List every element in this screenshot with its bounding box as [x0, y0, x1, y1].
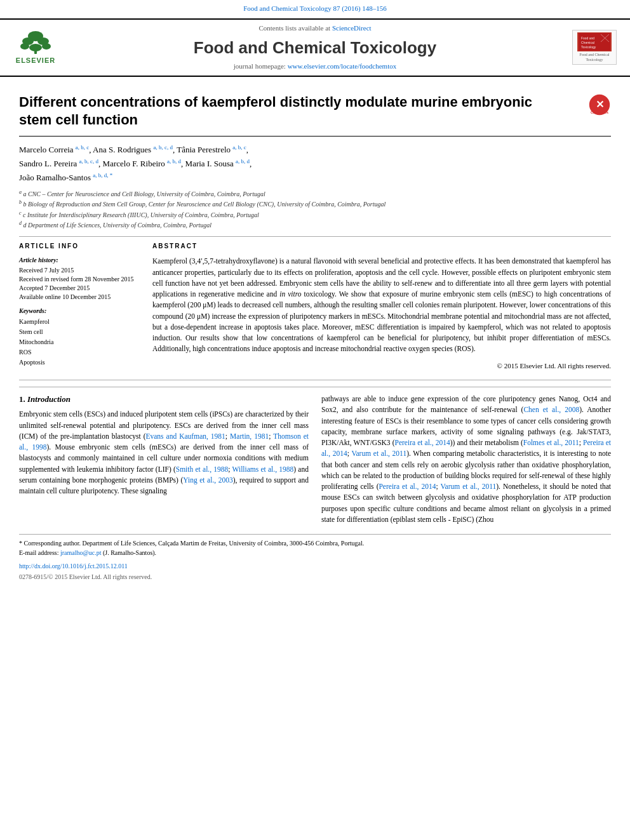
received-date: Received 7 July 2015: [19, 266, 140, 275]
email-link[interactable]: jramalho@uc.pt: [60, 549, 101, 556]
ref-evans1981[interactable]: Evans and Kaufman, 1981: [145, 432, 225, 440]
body-right-col: pathways are able to induce gene express…: [321, 394, 611, 525]
svg-text:Toxicology: Toxicology: [581, 45, 596, 49]
footnote-email: E-mail address: jramalho@uc.pt (J. Ramal…: [19, 548, 611, 557]
ref-williams1988[interactable]: Williams et al., 1988: [232, 465, 294, 473]
affiliations-block: a a CNC – Center for Neuroscience and Ce…: [19, 189, 611, 230]
elsevier-tree-icon: [18, 30, 53, 55]
keyword-stemcell: Stem cell: [19, 327, 140, 337]
ref-pereira2014a[interactable]: Pereira et al., 2014: [395, 439, 450, 446]
abstract-heading: ABSTRACT: [152, 242, 611, 251]
authors-block: Marcelo Correia a, b, c, Ana S. Rodrigue…: [19, 143, 611, 185]
article-history: Article history: Received 7 July 2015 Re…: [19, 256, 140, 302]
article-title-text: Different concentrations of kaempferol d…: [19, 93, 565, 130]
affiliation-a: a a CNC – Center for Neuroscience and Ce…: [19, 189, 611, 199]
svg-rect-6: [34, 49, 37, 54]
keywords-heading: Keywords:: [19, 307, 140, 316]
elsevier-wordmark: ELSEVIER: [16, 56, 55, 65]
sciencedirect-label: Contents lists available at ScienceDirec…: [61, 23, 569, 33]
article-title-block: Different concentrations of kaempferol d…: [19, 93, 611, 137]
keyword-mitochondria: Mitochondria: [19, 337, 140, 347]
intro-right-text: pathways are able to induce gene express…: [321, 394, 611, 525]
crossmark-icon: ✕ CrossMark: [588, 93, 611, 116]
article-info-heading: ARTICLE INFO: [19, 242, 140, 251]
journal-logo-box: Food and Chemical Toxicology Food and Ch…: [572, 30, 617, 65]
journal-logo-box-area: Food and Chemical Toxicology Food and Ch…: [569, 30, 620, 65]
author-ramalho: João Ramalho-Santos a, b, d, *: [19, 173, 112, 182]
keyword-apoptosis: Apoptosis: [19, 357, 140, 368]
abstract-col: ABSTRACT Kaempferol (3,4′,5,7-tetrahydro…: [152, 242, 611, 375]
affiliation-b: b b Biology of Reproduction and Stem Cel…: [19, 199, 611, 209]
svg-text:✕: ✕: [596, 98, 604, 110]
ref-ying2003[interactable]: Ying et al., 2003: [183, 476, 232, 484]
journal-homepage: journal homepage: www.elsevier.com/locat…: [61, 62, 569, 71]
svg-text:CrossMark: CrossMark: [591, 110, 608, 114]
journal-ref: Food and Chemical Toxicology 87 (2016) 1…: [0, 4, 630, 13]
ref-pereira2014c[interactable]: Pereira et al., 2014: [379, 483, 436, 490]
journal-logo-image: Food and Chemical Toxicology: [577, 32, 612, 51]
journal-homepage-link[interactable]: www.elsevier.com/locate/foodchemtox: [288, 62, 397, 70]
section-divider-1: [19, 236, 611, 237]
journal-title: Food and Chemical Toxicology: [61, 36, 569, 59]
elsevier-logo-area: ELSEVIER: [10, 25, 61, 70]
abstract-text: Kaempferol (3,4′,5,7-tetrahydroxyflavone…: [152, 256, 611, 354]
ref-varum2011b[interactable]: Varum et al., 2011: [441, 483, 497, 490]
copyright-text: © 2015 Elsevier Ltd. All rights reserved…: [152, 361, 611, 371]
doi-area: http://dx.doi.org/10.1016/j.fct.2015.12.…: [19, 561, 611, 571]
intro-heading: 1. Introduction: [19, 394, 309, 405]
received-revised: Received in revised form 28 November 201…: [19, 275, 140, 284]
footnote-area: * Corresponding author. Department of Li…: [19, 534, 611, 582]
article-info-col: ARTICLE INFO Article history: Received 7…: [19, 242, 140, 375]
accepted-date: Accepted 7 December 2015: [19, 284, 140, 293]
body-section: 1. Introduction Embryonic stem cells (ES…: [19, 387, 611, 525]
ref-folmes2011[interactable]: Folmes et al., 2011: [523, 439, 579, 446]
author-pereira: Sandro L. Pereira a, b, c, d, Marcelo F.…: [19, 159, 251, 168]
svg-point-5: [42, 43, 51, 50]
journal-header: Food and Chemical Toxicology 87 (2016) 1…: [0, 0, 630, 20]
keywords-list: Kaempferol Stem cell Mitochondria ROS Ap…: [19, 317, 140, 368]
affiliation-c: c c Institute for Interdisciplinary Rese…: [19, 210, 611, 220]
main-content: Different concentrations of kaempferol d…: [0, 77, 630, 582]
intro-left-text: Embryonic stem cells (ESCs) and induced …: [19, 409, 309, 497]
footnote-corresponding: * Corresponding author. Department of Li…: [19, 538, 611, 548]
body-left-col: 1. Introduction Embryonic stem cells (ES…: [19, 394, 309, 525]
section-divider-2: [19, 380, 611, 380]
keyword-ros: ROS: [19, 347, 140, 357]
svg-text:Chemical: Chemical: [581, 41, 594, 44]
affiliation-d: d d Department of Life Sciences, Univers…: [19, 220, 611, 230]
available-date: Available online 10 December 2015: [19, 293, 140, 302]
info-abstract-cols: ARTICLE INFO Article history: Received 7…: [19, 242, 611, 375]
keywords-section: Keywords: Kaempferol Stem cell Mitochond…: [19, 307, 140, 368]
history-heading: Article history:: [19, 256, 140, 265]
journal-logo-icon: Food and Chemical Toxicology: [579, 33, 610, 51]
ref-martin1981[interactable]: Martin, 1981: [230, 432, 269, 440]
sciencedirect-link[interactable]: ScienceDirect: [332, 24, 372, 32]
header-center: Contents lists available at ScienceDirec…: [61, 23, 569, 71]
ref-chen2008[interactable]: Chen et al., 2008: [523, 406, 579, 413]
svg-text:Food and: Food and: [581, 36, 594, 40]
ref-smith1988[interactable]: Smith et al., 1988: [176, 465, 229, 473]
keyword-kaempferol: Kaempferol: [19, 317, 140, 327]
issn-area: 0278-6915/© 2015 Elsevier Ltd. All right…: [19, 572, 611, 582]
doi-link[interactable]: http://dx.doi.org/10.1016/j.fct.2015.12.…: [19, 563, 128, 570]
svg-point-3: [20, 43, 29, 50]
journal-logo-label: Food and Chemical Toxicology: [573, 51, 616, 63]
author-correia: Marcelo Correia a, b, c, Ana S. Rodrigue…: [19, 145, 248, 154]
ref-varum2011[interactable]: Varum et al., 2011: [351, 450, 406, 457]
header-body: ELSEVIER Contents lists available at Sci…: [0, 20, 630, 76]
